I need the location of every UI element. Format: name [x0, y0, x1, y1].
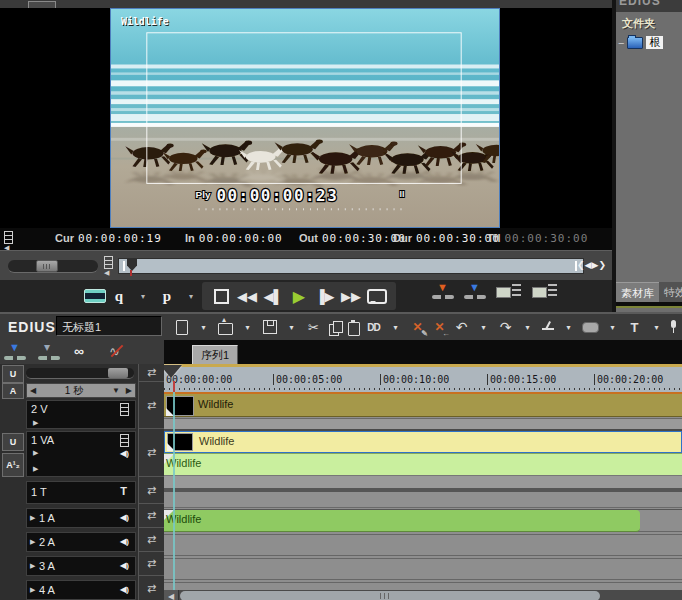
insert-to-timeline-icon[interactable]: [432, 283, 454, 301]
title-icon[interactable]: [625, 317, 644, 337]
rewind-icon[interactable]: ◀◀: [236, 283, 258, 309]
open-project-icon[interactable]: [216, 317, 235, 337]
razor-dropdown-icon[interactable]: ▾: [559, 317, 578, 337]
track-header-1va[interactable]: 1 VA ▶ ◀) ▶: [26, 431, 136, 477]
snap-mode-icon[interactable]: [106, 344, 128, 361]
track-height-slider[interactable]: [26, 368, 134, 379]
set-out-dropdown-icon[interactable]: ▾: [180, 283, 202, 309]
shuttle-slider[interactable]: [8, 260, 98, 273]
add-to-bin-icon[interactable]: [496, 284, 522, 300]
clip-dropdown-icon[interactable]: ▾: [603, 317, 622, 337]
set-in-dropdown-icon[interactable]: ▾: [132, 283, 154, 309]
lane-3a[interactable]: [164, 558, 682, 580]
speaker-icon[interactable]: ◀): [120, 561, 129, 570]
root-folder-item[interactable]: 根: [646, 36, 663, 49]
stop-icon[interactable]: [210, 283, 232, 309]
ripple-sync-icon[interactable]: ⇄: [138, 528, 164, 552]
duplicate-icon[interactable]: [364, 317, 383, 337]
lane-2a[interactable]: [164, 534, 682, 556]
speaker-icon[interactable]: ◀): [120, 513, 129, 522]
ripple-sync-icon[interactable]: ⇄: [138, 504, 164, 528]
insert-overwrite-mode-icon[interactable]: [4, 344, 26, 361]
clip-wildlife-2v[interactable]: Wildlife: [164, 392, 682, 417]
play-icon[interactable]: ▶: [288, 283, 310, 309]
save-project-icon[interactable]: [260, 317, 279, 337]
save-project-dropdown-icon[interactable]: ▾: [282, 317, 301, 337]
timescale-value[interactable]: 1 秒: [39, 384, 109, 398]
ripple-sync-icon[interactable]: ⇄: [138, 382, 164, 429]
ripple-sync-icon[interactable]: ⇄: [138, 477, 164, 504]
lane-1va-sub[interactable]: [164, 475, 682, 488]
delete-in-out-icon[interactable]: ✕✎: [408, 317, 427, 337]
expand-track-icon[interactable]: ▶: [30, 514, 35, 522]
capture-icon[interactable]: [84, 283, 106, 309]
ripple-sync-icon[interactable]: ⇄: [138, 552, 164, 576]
timescale-selector[interactable]: ◀ 1 秒 ▼ ▶: [26, 383, 136, 398]
video-output-toggle[interactable]: U: [2, 365, 24, 383]
cut-icon[interactable]: [304, 317, 323, 337]
loop-playback-icon[interactable]: ❮◀▶❯: [577, 260, 606, 270]
clip-icon[interactable]: [581, 317, 600, 337]
audio-channel-toggle[interactable]: A¹₂: [2, 453, 24, 477]
lane-1t[interactable]: [164, 492, 682, 508]
speaker-icon[interactable]: ◀): [120, 537, 129, 546]
audio-output-toggle[interactable]: A: [2, 383, 24, 399]
title-dropdown-icon[interactable]: ▾: [647, 317, 666, 337]
expand-track-icon[interactable]: ▶: [33, 449, 38, 457]
loop-mode-icon[interactable]: [72, 344, 94, 361]
position-bar[interactable]: [118, 258, 584, 274]
timescale-increase-icon[interactable]: ▶: [123, 386, 135, 395]
clip-wildlife-1a[interactable]: Wildlife: [164, 510, 640, 532]
ripple-sync-icon[interactable]: ⇄: [138, 429, 164, 477]
sync-mode-icon[interactable]: [38, 344, 60, 361]
redo-dropdown-icon[interactable]: ▾: [518, 317, 537, 337]
duplicate-dropdown-icon[interactable]: ▾: [386, 317, 405, 337]
expand-track-icon[interactable]: ▶: [30, 586, 35, 594]
voiceover-icon[interactable]: [669, 320, 677, 334]
playhead-pin[interactable]: [127, 259, 137, 271]
video-preview[interactable]: Wildlife Wildlife Ply 00:00:00:23 II: [110, 8, 500, 228]
tab-asset-library[interactable]: 素材库: [616, 282, 659, 303]
expand-track-icon[interactable]: ▶: [33, 465, 38, 473]
lane-1a[interactable]: Wildlife: [164, 510, 682, 532]
expand-track-icon[interactable]: ▶: [30, 562, 35, 570]
track-header-3a[interactable]: ▶ 3 A ◀): [26, 556, 136, 576]
tab-sequence-1[interactable]: 序列1: [192, 345, 238, 365]
track-height-grip[interactable]: [108, 368, 128, 378]
copy-icon[interactable]: [326, 319, 342, 335]
expand-track-icon[interactable]: ▶: [33, 419, 38, 427]
set-in-point-icon[interactable]: q: [108, 283, 130, 309]
track-header-2v[interactable]: 2 V ▶: [26, 400, 136, 429]
timeline-ruler[interactable]: 00:00:00:00 00:00:05:00 00:00:10:00 00:0…: [164, 364, 682, 392]
tree-expander[interactable]: −: [618, 37, 624, 49]
track-header-4a[interactable]: ▶ 4 A ◀): [26, 580, 136, 600]
timescale-decrease-icon[interactable]: ◀: [27, 386, 39, 395]
track-header-2a[interactable]: ▶ 2 A ◀): [26, 532, 136, 552]
clip-wildlife-1va-audio[interactable]: Wildlife: [164, 453, 682, 475]
new-sequence-icon[interactable]: [172, 317, 191, 337]
speaker-icon[interactable]: ◀): [120, 449, 129, 458]
loop-icon[interactable]: [366, 283, 388, 309]
horizontal-scrollbar[interactable]: ◀: [164, 590, 682, 600]
overwrite-to-timeline-icon[interactable]: [464, 283, 486, 301]
ripple-sync-icon[interactable]: ⇄: [138, 364, 164, 382]
timescale-dropdown-icon[interactable]: ▼: [109, 386, 123, 395]
undo-icon[interactable]: [452, 317, 471, 337]
open-project-dropdown-icon[interactable]: ▾: [238, 317, 257, 337]
ripple-sync-icon[interactable]: ⇄: [138, 576, 164, 600]
ripple-delete-icon[interactable]: ✕←: [430, 317, 449, 337]
new-sequence-dropdown-icon[interactable]: ▾: [194, 317, 213, 337]
undo-dropdown-icon[interactable]: ▾: [474, 317, 493, 337]
redo-icon[interactable]: [496, 317, 515, 337]
lane-2v-sub[interactable]: [164, 418, 682, 429]
shuttle-grip[interactable]: [36, 260, 58, 272]
speaker-icon[interactable]: ◀): [120, 585, 129, 594]
scroll-left-icon[interactable]: ◀: [164, 590, 179, 600]
project-title-field[interactable]: 无标题1: [56, 316, 162, 336]
clip-wildlife-1va-video[interactable]: Wildlife: [164, 431, 682, 453]
prev-frame-icon[interactable]: ◀▌: [262, 283, 284, 309]
mute-track-toggle[interactable]: U: [2, 433, 24, 451]
razor-icon[interactable]: [540, 320, 556, 334]
fast-forward-icon[interactable]: ▶▶: [340, 283, 362, 309]
next-frame-icon[interactable]: ▐▶: [314, 283, 336, 309]
